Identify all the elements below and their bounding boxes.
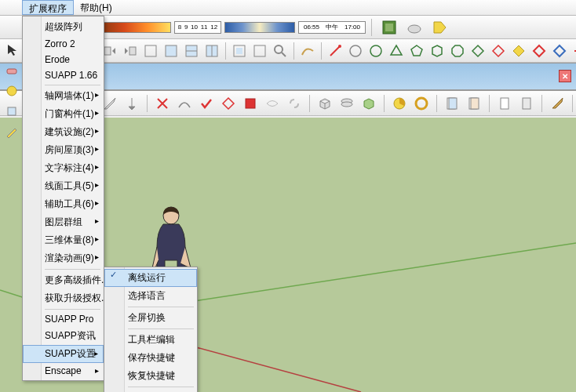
- tag-icon[interactable]: [430, 18, 449, 37]
- svg-rect-50: [7, 69, 16, 74]
- book2-icon[interactable]: [466, 94, 482, 113]
- book1-icon[interactable]: [444, 94, 460, 113]
- menu-super-array[interactable]: 超级阵列: [23, 18, 104, 36]
- menu-suapp-settings[interactable]: SUAPP设置▸: [23, 345, 104, 363]
- submenu-fullscreen[interactable]: 全屏切换: [104, 309, 197, 327]
- chevron-right-icon: ▸: [95, 126, 99, 135]
- menu-suapp-pro[interactable]: SUAPP Pro: [23, 311, 104, 327]
- chevron-right-icon: ▸: [94, 349, 98, 358]
- rhombus-icon[interactable]: [470, 42, 486, 60]
- diamond-spin-icon[interactable]: [490, 42, 506, 60]
- polygon5-icon[interactable]: [409, 42, 425, 60]
- time-ticks[interactable]: 06:55中午17:00: [298, 21, 366, 34]
- menu-suapp166[interactable]: SUAPP 1.66: [23, 67, 104, 83]
- link-icon[interactable]: [286, 94, 302, 113]
- menu-get-license[interactable]: 获取升级授权...: [23, 289, 104, 307]
- clip2-icon[interactable]: [519, 94, 534, 113]
- zoom-icon[interactable]: [272, 42, 288, 60]
- menu-line[interactable]: 线面工具(5)▸: [23, 177, 104, 195]
- pin-icon[interactable]: [124, 94, 140, 113]
- view-top-icon[interactable]: [163, 42, 179, 60]
- svg-marker-29: [432, 45, 442, 56]
- menu-more-plugins[interactable]: 更多高级插件...: [23, 271, 104, 289]
- menu-window[interactable]: 门窗构件(1)▸: [23, 105, 104, 123]
- left-toolbar: [3, 41, 20, 141]
- geo-location-icon[interactable]: [380, 18, 399, 37]
- red-check-icon[interactable]: [199, 94, 214, 113]
- diamond-yellow-icon[interactable]: [511, 42, 527, 60]
- layers-icon[interactable]: [339, 94, 355, 113]
- menu-layer[interactable]: 图层群组▸: [23, 213, 104, 231]
- menu-render[interactable]: 渲染动画(9)▸: [23, 249, 104, 267]
- circle-thin-icon[interactable]: [348, 42, 363, 60]
- menu-aux[interactable]: 辅助工具(6)▸: [23, 195, 104, 213]
- chevron-right-icon: ▸: [95, 366, 99, 375]
- diamond-blue-icon[interactable]: [552, 42, 567, 60]
- box-green-icon[interactable]: [361, 94, 377, 113]
- view-front-icon[interactable]: [184, 42, 199, 60]
- menu-suapp-news[interactable]: SUAPP资讯: [23, 327, 104, 345]
- menu-enscape[interactable]: Enscape▸: [23, 363, 104, 379]
- menu-text[interactable]: 文字标注(4)▸: [23, 159, 104, 177]
- red-diamond-icon[interactable]: [221, 94, 236, 113]
- box-icon[interactable]: [317, 94, 333, 113]
- view-left-icon[interactable]: [252, 42, 268, 60]
- menu-building[interactable]: 建筑设施(2)▸: [23, 123, 104, 141]
- tape-icon[interactable]: [2, 82, 21, 100]
- red-book-icon[interactable]: [242, 94, 258, 113]
- svg-point-51: [7, 86, 16, 96]
- line-icon[interactable]: [327, 42, 343, 60]
- svg-point-9: [408, 25, 421, 33]
- donut-icon[interactable]: [414, 94, 429, 113]
- polygon6-icon[interactable]: [429, 42, 445, 60]
- view-back-icon[interactable]: [231, 42, 247, 60]
- submenu-offline[interactable]: ✓离线运行: [104, 269, 197, 287]
- paint-icon[interactable]: [2, 102, 21, 121]
- menu-erode[interactable]: Erode: [23, 52, 104, 67]
- extensions-menu: 超级阵列 Zorro 2 Erode SUAPP 1.66 轴网墙体(1)▸ 门…: [22, 16, 104, 381]
- camera-next-icon[interactable]: [122, 42, 138, 60]
- pencil-icon[interactable]: [2, 122, 21, 141]
- svg-rect-10: [104, 47, 111, 55]
- select-icon[interactable]: [2, 41, 21, 60]
- time-gradient[interactable]: [224, 22, 295, 33]
- freehand-icon[interactable]: [300, 42, 315, 60]
- menu-wall[interactable]: 轴网墙体(1)▸: [23, 87, 104, 105]
- close-panel-button[interactable]: ✕: [559, 70, 571, 82]
- diamond-red-icon[interactable]: [531, 42, 547, 60]
- cloud-icon[interactable]: [405, 18, 424, 37]
- month-ticks[interactable]: 89101112: [174, 21, 221, 34]
- knife-icon[interactable]: [102, 94, 118, 113]
- view-iso-icon[interactable]: [143, 42, 159, 60]
- separator: [489, 95, 490, 112]
- clip1-icon[interactable]: [497, 94, 512, 113]
- polygon3-icon[interactable]: [388, 42, 404, 60]
- red-scissors-icon[interactable]: [155, 94, 170, 113]
- submenu-save-shortcuts[interactable]: 保存快捷键: [104, 349, 197, 367]
- menu-3dmass[interactable]: 三维体量(8)▸: [23, 231, 104, 249]
- camera-prev-icon[interactable]: [102, 42, 118, 60]
- polygon8-icon[interactable]: [450, 42, 465, 60]
- svg-rect-48: [501, 98, 509, 109]
- submenu-toolbar-edit[interactable]: 工具栏编辑: [104, 331, 197, 349]
- menu-zorro2[interactable]: Zorro 2: [23, 36, 104, 52]
- eraser-icon[interactable]: [2, 61, 21, 80]
- curve-tool-icon[interactable]: [177, 94, 192, 113]
- curve2-icon[interactable]: [264, 94, 280, 113]
- brush-icon[interactable]: [549, 94, 565, 113]
- separator: [436, 95, 437, 112]
- view-right-icon[interactable]: [204, 42, 220, 60]
- svg-marker-31: [472, 45, 483, 56]
- menu-roof[interactable]: 房间屋顶(3)▸: [23, 141, 104, 159]
- pie-icon[interactable]: [392, 94, 407, 113]
- svg-rect-45: [449, 98, 457, 109]
- menu-extensions[interactable]: 扩展程序: [22, 0, 74, 15]
- shadow-color-gradient[interactable]: [100, 22, 171, 33]
- submenu-language[interactable]: 选择语言: [104, 287, 197, 305]
- svg-point-41: [341, 102, 352, 107]
- circle-icon[interactable]: [368, 42, 384, 60]
- submenu-install-plugins[interactable]: 安装管理插件: [104, 389, 197, 392]
- menu-help[interactable]: 帮助(H): [74, 0, 118, 15]
- submenu-restore-shortcuts[interactable]: 恢复快捷键: [104, 367, 197, 385]
- arrow-tool-icon[interactable]: [572, 42, 576, 60]
